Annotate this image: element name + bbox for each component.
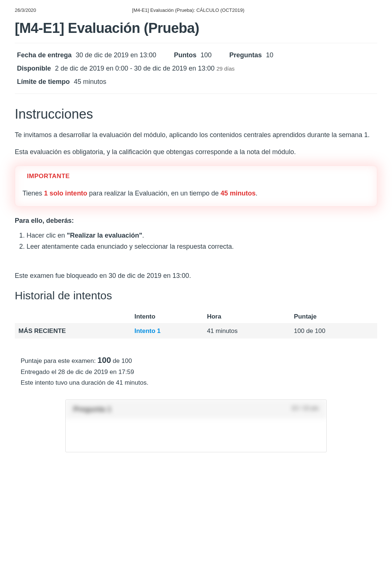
step-1-action: "Realizar la evaluación" <box>67 232 142 239</box>
important-time: 45 minutos <box>221 190 256 197</box>
attempt-score: 100 de 100 <box>290 323 377 338</box>
score-suffix: de 100 <box>111 357 132 364</box>
duration-line: Este intento tuvo una duración de 41 min… <box>21 378 377 388</box>
score-line-1: Puntaje para este examen: 100 de 100 <box>21 353 377 367</box>
locked-notice: Este examen fue bloqueado en 30 de dic d… <box>15 271 377 281</box>
attempts-th-blank <box>15 310 131 324</box>
instructions-paragraph-2: Esta evaluación es obligatoria, y la cal… <box>15 147 377 157</box>
questions-value: 10 <box>266 51 273 59</box>
instructions-paragraph-1: Te invitamos a desarrollar la evaluación… <box>15 130 377 140</box>
important-text-mid: para realizar la Evaluación, en un tiemp… <box>87 190 220 197</box>
important-text-post: . <box>256 190 258 197</box>
instructions-heading: Instrucciones <box>15 106 377 122</box>
timelimit-label: Límite de tiempo <box>17 78 70 85</box>
table-row: MÁS RECIENTE Intento 1 41 minutos 100 de… <box>15 323 377 338</box>
print-doc-title: [M4-E1] Evaluación (Prueba): CÁLCULO (OC… <box>36 7 377 13</box>
history-heading: Historial de intentos <box>15 289 377 302</box>
question-points: 10 / 10 pts <box>291 405 319 414</box>
important-attempts: 1 solo intento <box>44 190 87 197</box>
quiz-info-bar: Fecha de entrega 30 de dic de 2019 en 13… <box>15 43 377 94</box>
points-value: 100 <box>200 51 212 59</box>
page-title: [M4-E1] Evaluación (Prueba) <box>15 20 377 36</box>
step-2: Leer atentamente cada enunciado y selecc… <box>27 241 377 252</box>
available-label: Disponible <box>17 65 51 72</box>
attempts-th-time: Hora <box>203 310 290 324</box>
attempt-link[interactable]: Intento 1 <box>134 327 161 334</box>
print-date: 26/3/2020 <box>15 7 36 13</box>
attempt-time: 41 minutos <box>203 323 290 338</box>
step-1-pre: Hacer clic en <box>27 232 67 239</box>
question-preview-locked: Pregunta 1 10 / 10 pts <box>65 399 326 452</box>
attempt-row-label: MÁS RECIENTE <box>15 323 131 338</box>
timelimit-value: 45 minutos <box>74 78 106 85</box>
score-value: 100 <box>97 355 111 365</box>
important-label: IMPORTANTE <box>27 173 369 180</box>
attempts-th-score: Puntaje <box>290 310 377 324</box>
important-callout: IMPORTANTE Tienes 1 solo intento para re… <box>15 166 377 207</box>
attempts-th-attempt: Intento <box>131 310 203 324</box>
important-text-pre: Tienes <box>23 190 44 197</box>
attempts-table: Intento Hora Puntaje MÁS RECIENTE Intent… <box>15 310 377 338</box>
question-body-blurred <box>66 419 326 452</box>
steps-heading: Para ello, deberás: <box>15 217 377 225</box>
step-1-post: . <box>142 232 144 239</box>
due-date-value: 30 de dic de 2019 en 13:00 <box>76 51 156 59</box>
step-1: Hacer clic en "Realizar la evaluación". <box>27 230 377 241</box>
questions-label: Preguntas <box>229 51 262 59</box>
print-header: 26/3/2020 [M4-E1] Evaluación (Prueba): C… <box>15 7 377 13</box>
important-text: Tienes 1 solo intento para realizar la E… <box>23 190 369 197</box>
submitted-line: Entregado el 28 de dic de 2019 en 17:59 <box>21 367 377 378</box>
available-value: 2 de dic de 2019 en 0:00 - 30 de dic de … <box>55 65 214 72</box>
question-number: Pregunta 1 <box>73 405 111 414</box>
points-label: Puntos <box>174 51 196 59</box>
score-label: Puntaje para este examen: <box>21 357 97 364</box>
available-days: 29 días <box>216 65 234 72</box>
score-summary: Puntaje para este examen: 100 de 100 Ent… <box>15 353 377 388</box>
steps-list: Hacer clic en "Realizar la evaluación". … <box>27 230 377 252</box>
due-date-label: Fecha de entrega <box>17 51 72 59</box>
